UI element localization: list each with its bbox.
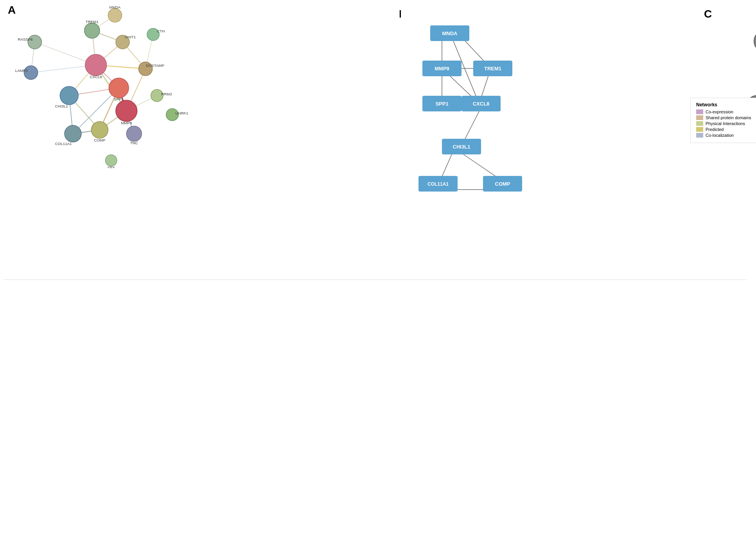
legend-color-predicted — [696, 127, 703, 132]
svg-point-53 — [106, 155, 117, 166]
svg-point-39 — [84, 23, 100, 38]
svg-point-27 — [109, 78, 129, 98]
svg-point-31 — [60, 86, 78, 105]
svg-point-29 — [116, 100, 137, 122]
svg-text:RASSF6: RASSF6 — [18, 37, 32, 41]
svg-point-33 — [91, 122, 108, 138]
legend-color-shareddomains — [696, 115, 703, 120]
legend-item-shareddomains: Shared protein domains — [696, 115, 756, 120]
legend-item-physical: Physical Interactions — [696, 121, 756, 126]
svg-text:CHIT1: CHIT1 — [125, 35, 136, 39]
svg-point-25 — [85, 54, 107, 76]
svg-text:MMP9: MMP9 — [121, 121, 132, 125]
svg-text:SPP1: SPP1 — [114, 97, 124, 101]
legend-item-coexpression: Co-expression — [696, 109, 756, 114]
svg-point-45 — [108, 9, 122, 22]
svg-text:RRM2: RRM2 — [161, 92, 172, 96]
svg-point-35 — [65, 125, 81, 142]
panel-d: D — [4, 281, 317, 555]
svg-text:TNC: TNC — [130, 141, 138, 145]
legend-color-physical — [696, 121, 703, 126]
svg-text:COL11A1: COL11A1 — [427, 181, 449, 187]
svg-text:LAMP3: LAMP3 — [15, 68, 28, 73]
svg-text:CTH: CTH — [157, 29, 165, 33]
svg-text:DCSTAMP: DCSTAMP — [146, 63, 164, 68]
networks-legend-title: Networks — [696, 102, 756, 108]
svg-text:COMP: COMP — [495, 181, 510, 187]
legend-color-coexpression — [696, 109, 703, 114]
svg-text:CXCL8: CXCL8 — [90, 75, 102, 79]
panel-c: C — [352, 4, 751, 168]
svg-text:COL11A1: COL11A1 — [55, 142, 72, 146]
panel-a-label: A — [8, 4, 16, 16]
panel-a: A — [4, 4, 192, 168]
svg-text:CHI3L1: CHI3L1 — [55, 104, 68, 108]
svg-text:COMP: COMP — [94, 138, 105, 142]
svg-text:SPX: SPX — [107, 165, 115, 168]
networks-legend: Networks Co-expression Shared protein do… — [690, 98, 756, 143]
svg-text:UHRF1: UHRF1 — [176, 111, 189, 115]
legend-item-predicted: Predicted — [696, 127, 756, 132]
legend-item-colocalization: Co-localization — [696, 133, 756, 138]
panel-e: E — [391, 281, 751, 555]
svg-text:MNDA: MNDA — [110, 5, 121, 9]
svg-text:TREM1: TREM1 — [86, 20, 99, 24]
legend-color-colocalization — [696, 133, 703, 138]
panel-b: B MNDA MMP9 — [199, 4, 332, 168]
svg-point-37 — [126, 126, 142, 142]
divider — [4, 280, 747, 280]
panel-a-svg: CXCL8 SPP1 MMP9 CHI3L1 COMP COL11A1 TNC … — [4, 4, 192, 168]
